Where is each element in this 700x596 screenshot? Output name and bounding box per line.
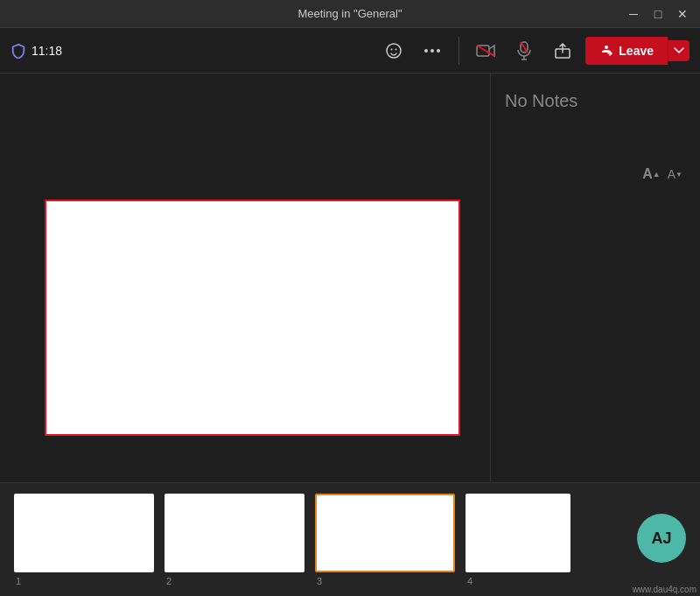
font-increase-button[interactable]: A▲ (642, 166, 660, 182)
thumbnail-2[interactable]: 2 (164, 494, 304, 586)
mic-button[interactable] (508, 35, 540, 67)
thumbnail-strip: 1 2 3 4 AJ (0, 482, 700, 596)
share-button[interactable] (547, 35, 578, 67)
font-decrease-button[interactable]: A▼ (668, 166, 682, 182)
thumbnail-frame-1 (14, 494, 154, 572)
thumbnail-label-3: 3 (317, 576, 322, 586)
svg-point-4 (430, 49, 434, 53)
slide-frame (45, 200, 460, 436)
thumbnail-label-1: 1 (16, 576, 21, 586)
more-options-button[interactable] (416, 35, 448, 67)
thumbnail-frame-3 (315, 494, 455, 572)
minimize-button[interactable]: ─ (623, 4, 644, 25)
svg-point-3 (424, 49, 428, 53)
leave-label: Leave (619, 44, 654, 58)
leave-button[interactable]: Leave (585, 37, 668, 65)
leave-button-group: Leave (585, 37, 690, 65)
thumbnail-1[interactable]: 1 (14, 494, 154, 586)
time-display: 11:18 (32, 44, 62, 58)
avatar: AJ (637, 514, 686, 563)
thumbnail-label-2: 2 (166, 576, 172, 586)
avatar-initials: AJ (651, 529, 671, 548)
window-controls: ─ □ ✕ (623, 4, 693, 25)
thumbnail-3[interactable]: 3 (315, 494, 455, 586)
slide-canvas (14, 88, 490, 547)
window-title: Meeting in "General" (77, 7, 623, 20)
reactions-button[interactable] (378, 35, 410, 67)
maximize-button[interactable]: □ (648, 4, 668, 25)
thumbnail-frame-4 (466, 494, 570, 572)
svg-point-2 (396, 48, 397, 50)
meeting-time: 11:18 (10, 43, 62, 59)
leave-dropdown-button[interactable] (668, 40, 690, 61)
watermark: www.dau4q.com (633, 585, 696, 594)
svg-point-5 (437, 49, 440, 53)
titlebar: Meeting in "General" ─ □ ✕ (0, 0, 700, 28)
thumbnail-4[interactable]: 4 (466, 494, 570, 586)
notes-title: No Notes (505, 91, 686, 111)
close-button[interactable]: ✕ (672, 4, 693, 25)
toolbar-left: 11:18 (10, 35, 578, 67)
svg-point-1 (391, 48, 393, 50)
thumbnail-frame-2 (164, 494, 304, 572)
camera-button[interactable] (470, 35, 501, 67)
toolbar-divider (458, 37, 459, 65)
shield-icon (10, 43, 26, 59)
thumbnail-label-4: 4 (467, 576, 472, 586)
toolbar: 11:18 (0, 28, 700, 74)
